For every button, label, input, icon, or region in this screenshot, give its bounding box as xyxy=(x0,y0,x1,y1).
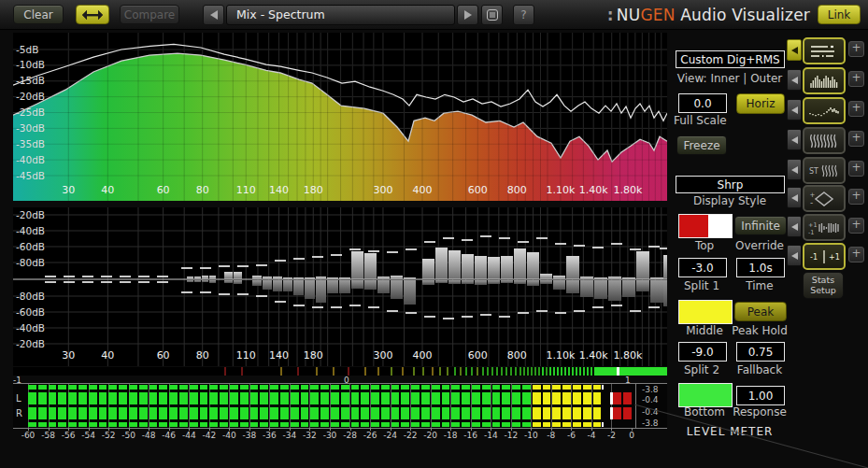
time-value[interactable]: 1.0s xyxy=(736,258,785,277)
left-triangle-icon xyxy=(791,77,798,84)
meter-segment xyxy=(149,422,158,427)
freeze-button[interactable]: Freeze xyxy=(676,135,727,155)
bottom-color-swatch[interactable] xyxy=(678,383,733,407)
split1-value[interactable]: -3.0 xyxy=(678,258,727,277)
meter-segment xyxy=(89,407,97,419)
compare-button[interactable]: Compare xyxy=(120,5,179,24)
meter-segment xyxy=(200,422,208,427)
module-collapse-arrow[interactable] xyxy=(787,99,802,121)
meter-segment xyxy=(68,407,77,419)
view-mode-label[interactable]: View: Inner | Outer xyxy=(677,72,783,85)
module-add-button[interactable]: + xyxy=(848,189,864,205)
module-button-line-spectrum[interactable] xyxy=(803,37,846,64)
module-button-stereo-spectrogram[interactable]: ST xyxy=(803,157,846,184)
freq-label: 80 xyxy=(196,184,209,196)
meter-segment xyxy=(200,407,208,419)
module-collapse-arrow[interactable] xyxy=(787,216,802,237)
correlation-tick xyxy=(439,367,441,376)
full-scale-value[interactable]: 0.0 xyxy=(678,93,727,113)
split2-value[interactable]: -9.0 xyxy=(678,342,727,362)
scale-number: -52 xyxy=(102,431,116,440)
meter-segment xyxy=(240,422,249,427)
scale-number: -6 xyxy=(567,431,576,440)
correlation-tick xyxy=(527,367,529,376)
meter-segment xyxy=(613,385,621,390)
module-add-button[interactable]: + xyxy=(848,71,864,87)
stats-setup-button[interactable]: StatsSetup xyxy=(803,272,844,299)
module-button-correlation-history[interactable]: +1-1 xyxy=(803,214,846,241)
meter-segment xyxy=(220,385,228,390)
preset-next-button[interactable] xyxy=(457,5,478,25)
meter-segment xyxy=(381,422,390,427)
toolbar: Clear Compare Mix - Spectrum ? :NUGEN Au… xyxy=(0,0,868,30)
meter-segment xyxy=(240,407,249,419)
display-style-box[interactable]: Shrp xyxy=(676,176,785,193)
meter-segment xyxy=(68,385,77,390)
module-collapse-arrow[interactable] xyxy=(787,187,802,208)
module-row-vectorscope: +-+ xyxy=(785,185,868,207)
module-button-vectorscope[interactable]: +- xyxy=(803,185,846,212)
nugen-logo: :NUGEN Audio Visualizer xyxy=(607,6,810,24)
meter-segment xyxy=(99,407,107,419)
module-add-button[interactable]: + xyxy=(848,41,864,57)
module-add-button[interactable]: + xyxy=(848,218,864,234)
module-add-button[interactable]: + xyxy=(848,247,864,262)
module-button-spectrogram[interactable] xyxy=(803,127,846,154)
module-collapse-arrow[interactable] xyxy=(787,129,802,150)
peak-hold-label: Peak Hold xyxy=(732,324,788,337)
fallback-value[interactable]: 0.75 xyxy=(736,342,785,362)
module-button-correlation-meter[interactable]: -1+1 xyxy=(803,243,846,270)
peak-hold-button[interactable]: Peak xyxy=(734,302,787,321)
meter-segment xyxy=(421,392,430,404)
top-color-swatch[interactable] xyxy=(678,214,733,238)
preset-field[interactable]: Mix - Spectrum xyxy=(226,5,455,25)
module-collapse-arrow[interactable] xyxy=(787,245,802,266)
meter-segment xyxy=(573,407,581,419)
bar-down xyxy=(283,280,292,291)
override-button[interactable]: Infinite xyxy=(734,216,787,235)
module-collapse-arrow[interactable] xyxy=(787,159,802,180)
module-add-button[interactable]: + xyxy=(848,161,864,177)
scale-number: -28 xyxy=(343,431,357,440)
bar-down xyxy=(514,280,526,284)
freq-label: 1.80k xyxy=(613,349,642,362)
meter-segment xyxy=(89,422,97,427)
meter-mode-box[interactable]: Custom Dig+RMS xyxy=(676,50,785,68)
freq-label: 400 xyxy=(413,184,433,196)
link-button[interactable]: Link xyxy=(818,5,861,24)
module-button-bar-spectrum[interactable] xyxy=(803,67,846,94)
module-button-scatter-spectrum[interactable] xyxy=(803,97,846,124)
icon-wave xyxy=(818,135,819,148)
module-collapse-arrow[interactable] xyxy=(787,39,802,61)
correlation-tick xyxy=(377,367,379,376)
freq-label: 300 xyxy=(373,349,392,362)
preset-prev-button[interactable] xyxy=(203,5,224,25)
correlation-tick xyxy=(241,367,243,376)
module-add-button[interactable]: + xyxy=(848,131,864,147)
clear-button[interactable]: Clear xyxy=(13,5,64,24)
meter-segment xyxy=(139,422,148,427)
scale-number: -58 xyxy=(41,431,55,440)
meter-segment xyxy=(562,422,571,427)
scale-number: -8 xyxy=(547,431,555,440)
bar-down xyxy=(636,280,649,291)
module-collapse-arrow[interactable] xyxy=(787,69,802,91)
swap-compare-button[interactable] xyxy=(76,5,109,24)
meter-segment xyxy=(159,385,167,390)
preset-menu-button[interactable] xyxy=(481,5,503,25)
module-add-button[interactable]: + xyxy=(848,101,864,117)
help-button[interactable]: ? xyxy=(513,5,534,25)
horiz-button[interactable]: Horiz xyxy=(736,93,785,114)
bar-down xyxy=(663,280,667,306)
meter-readout: -0.4 xyxy=(642,407,659,417)
middle-color-swatch[interactable] xyxy=(678,300,733,324)
bar-up xyxy=(448,250,461,279)
freq-label: 180 xyxy=(304,184,323,196)
meter-segment xyxy=(482,385,491,390)
icon-wave xyxy=(826,165,828,177)
response-value[interactable]: 1.00 xyxy=(736,386,785,405)
freq-label: 800 xyxy=(507,349,527,362)
scale-number: -26 xyxy=(363,431,377,440)
bar-down xyxy=(305,280,315,299)
meter-segment xyxy=(230,392,238,404)
